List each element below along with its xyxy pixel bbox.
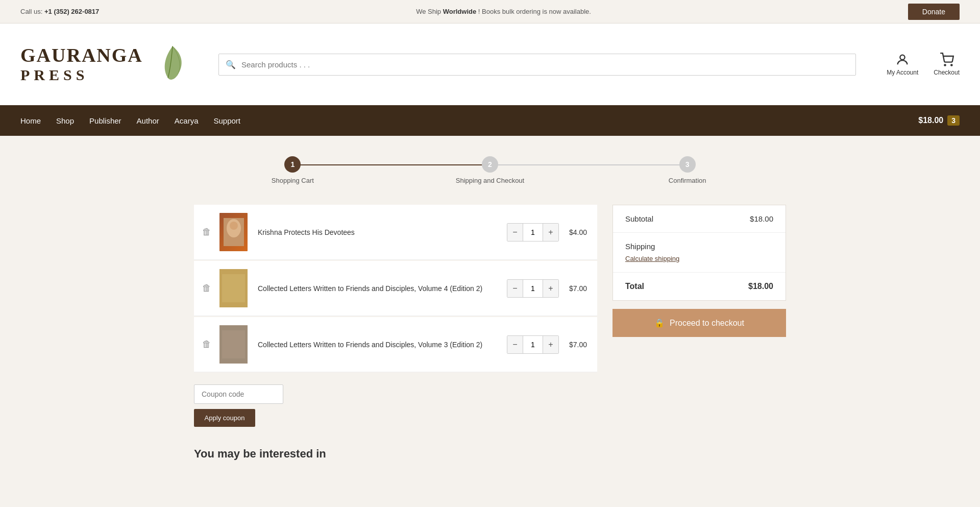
cart-item-1: 🗑 Krishna Protects His Devotees − + $4.0… bbox=[194, 205, 597, 260]
search-icon: 🔍 bbox=[226, 60, 236, 69]
svg-point-2 bbox=[900, 55, 905, 60]
cart-item-3-title: Collected Letters Written to Friends and… bbox=[248, 341, 507, 349]
proceed-checkout-button[interactable]: 🔒 Proceed to checkout bbox=[612, 309, 786, 337]
shipping-label: Shipping bbox=[625, 242, 773, 251]
cart-items: 🗑 Krishna Protects His Devotees − + $4.0… bbox=[194, 205, 597, 427]
cart-item-3-image bbox=[219, 325, 248, 364]
cart-item-3: 🗑 Collected Letters Written to Friends a… bbox=[194, 317, 597, 372]
delete-item-1-button[interactable]: 🗑 bbox=[194, 227, 219, 237]
top-bar: Call us: +1 (352) 262-0817 We Ship World… bbox=[0, 0, 980, 23]
svg-point-4 bbox=[951, 64, 952, 65]
logo: GAURANGA PRESS bbox=[20, 40, 188, 88]
search-input[interactable] bbox=[218, 54, 856, 76]
qty-decrease-1[interactable]: − bbox=[507, 224, 523, 241]
cart-item-2-image bbox=[219, 269, 248, 307]
nav-home[interactable]: Home bbox=[20, 113, 41, 128]
account-icon bbox=[895, 53, 910, 67]
nav-support[interactable]: Support bbox=[214, 113, 241, 128]
svg-text:GAURANGA: GAURANGA bbox=[20, 44, 143, 66]
nav-author[interactable]: Author bbox=[137, 113, 159, 128]
step-3-circle: 3 bbox=[679, 156, 696, 173]
lock-icon: 🔒 bbox=[654, 318, 665, 328]
step-3: 3 Confirmation bbox=[589, 156, 786, 184]
checkout-icon bbox=[940, 53, 954, 67]
logo-text: GAURANGA PRESS bbox=[20, 40, 153, 88]
order-summary: Subtotal $18.00 Shipping Calculate shipp… bbox=[612, 205, 786, 337]
step-2: 2 Shipping and Checkout bbox=[391, 156, 589, 184]
shipping-info: We Ship Worldwide ! Books bulk ordering … bbox=[416, 8, 591, 15]
svg-point-7 bbox=[230, 222, 238, 230]
svg-point-3 bbox=[944, 64, 945, 65]
step-1: 1 Shopping Cart bbox=[194, 156, 391, 184]
qty-decrease-3[interactable]: − bbox=[507, 336, 523, 353]
step-1-line bbox=[292, 164, 490, 165]
progress-steps: 1 Shopping Cart 2 Shipping and Checkout … bbox=[194, 156, 786, 184]
cart-item-1-price: $4.00 bbox=[559, 228, 597, 236]
step-2-line bbox=[490, 164, 688, 165]
nav-acarya[interactable]: Acarya bbox=[175, 113, 199, 128]
summary-box: Subtotal $18.00 Shipping Calculate shipp… bbox=[612, 205, 786, 301]
step-2-label: Shipping and Checkout bbox=[456, 177, 524, 184]
cart-item-3-qty[interactable]: − + bbox=[507, 335, 559, 354]
qty-increase-3[interactable]: + bbox=[543, 336, 558, 353]
main-content: 1 Shopping Cart 2 Shipping and Checkout … bbox=[184, 136, 796, 486]
coupon-section: Apply coupon bbox=[194, 384, 597, 427]
qty-decrease-2[interactable]: − bbox=[507, 280, 523, 297]
donate-button[interactable]: Donate bbox=[908, 4, 960, 20]
cart-item-2-title: Collected Letters Written to Friends and… bbox=[248, 284, 507, 293]
step-1-circle: 1 bbox=[284, 156, 301, 173]
qty-input-3[interactable] bbox=[523, 336, 543, 353]
qty-increase-1[interactable]: + bbox=[543, 224, 558, 241]
header-actions: My Account Checkout bbox=[887, 53, 960, 76]
nav-links: Home Shop Publisher Author Acarya Suppor… bbox=[20, 113, 240, 128]
apply-coupon-button[interactable]: Apply coupon bbox=[194, 409, 255, 427]
delete-item-2-button[interactable]: 🗑 bbox=[194, 283, 219, 294]
qty-input-1[interactable] bbox=[523, 224, 543, 241]
nav-shop[interactable]: Shop bbox=[56, 113, 74, 128]
nav-bar: Home Shop Publisher Author Acarya Suppor… bbox=[0, 105, 980, 136]
qty-input-2[interactable] bbox=[523, 280, 543, 297]
svg-text:PRESS: PRESS bbox=[20, 66, 88, 83]
nav-publisher[interactable]: Publisher bbox=[89, 113, 121, 128]
phone-info: Call us: +1 (352) 262-0817 bbox=[20, 8, 99, 15]
subtotal-row: Subtotal $18.00 bbox=[613, 205, 786, 233]
cart-item-2-qty[interactable]: − + bbox=[507, 279, 559, 298]
my-account-button[interactable]: My Account bbox=[887, 53, 918, 76]
svg-rect-9 bbox=[222, 274, 245, 302]
calculate-shipping-link[interactable]: Calculate shipping bbox=[625, 255, 679, 262]
svg-rect-11 bbox=[222, 330, 245, 358]
you-may-heading: You may be interested in bbox=[194, 447, 786, 466]
cart-layout: 🗑 Krishna Protects His Devotees − + $4.0… bbox=[194, 205, 786, 427]
cart-item-1-image bbox=[219, 213, 248, 251]
shipping-section: Shipping Calculate shipping bbox=[613, 233, 786, 273]
header: GAURANGA PRESS 🔍 My Account Checko bbox=[0, 23, 980, 105]
total-row: Total $18.00 bbox=[613, 273, 786, 300]
cart-badge[interactable]: $18.00 3 bbox=[918, 115, 960, 126]
cart-item-1-title: Krishna Protects His Devotees bbox=[248, 228, 507, 236]
coupon-input[interactable] bbox=[194, 384, 283, 404]
qty-increase-2[interactable]: + bbox=[543, 280, 558, 297]
search-bar[interactable]: 🔍 bbox=[218, 54, 856, 76]
step-2-circle: 2 bbox=[482, 156, 498, 173]
cart-item-1-qty[interactable]: − + bbox=[507, 223, 559, 242]
checkout-button[interactable]: Checkout bbox=[934, 53, 960, 76]
step-1-label: Shopping Cart bbox=[272, 177, 314, 184]
delete-item-3-button[interactable]: 🗑 bbox=[194, 339, 219, 350]
cart-item-3-price: $7.00 bbox=[559, 341, 597, 349]
step-3-label: Confirmation bbox=[669, 177, 706, 184]
cart-item-2-price: $7.00 bbox=[559, 284, 597, 293]
logo-leaf-icon bbox=[157, 44, 188, 85]
cart-item-2: 🗑 Collected Letters Written to Friends a… bbox=[194, 261, 597, 316]
